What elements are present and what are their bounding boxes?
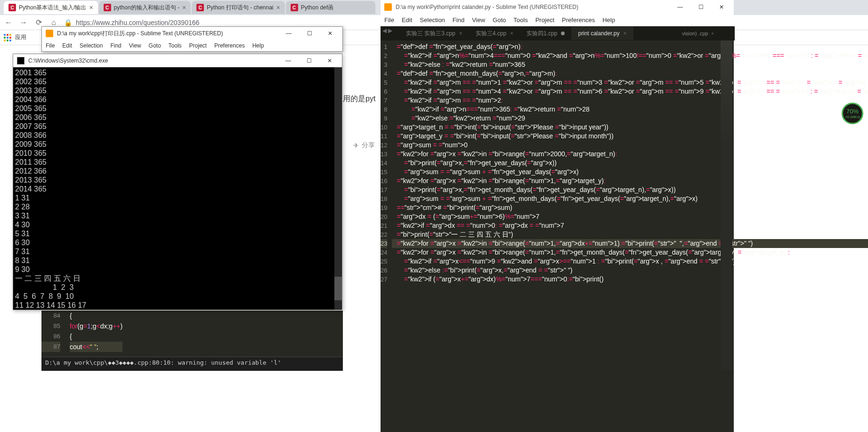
window-titlebar[interactable]: D:\a my work\Python\print calander.py - … (381, 0, 734, 14)
reload-button[interactable]: ⟳ (34, 18, 43, 27)
menu-file[interactable]: File (384, 16, 394, 24)
lock-icon: 🔒 (64, 19, 72, 26)
menu-help[interactable]: Help (252, 42, 264, 49)
menu-view[interactable]: View (472, 16, 485, 24)
home-button[interactable]: ⌂ (49, 18, 58, 27)
scrollbar-thumb[interactable] (334, 277, 342, 300)
menu-preferences[interactable]: Preferences (562, 16, 595, 24)
line-gutter: 84 85 86 87 (41, 311, 64, 362)
close-icon[interactable]: × (510, 30, 513, 37)
window-title: D:\a my work\cpp\打印日历.cpp - Sublime Text… (57, 30, 223, 38)
editor-tab-1[interactable]: 实验三4.cpp× (469, 27, 520, 40)
minimize-button[interactable]: — (280, 27, 297, 40)
menu-bar: File Edit Selection Find View Goto Tools… (381, 14, 734, 26)
apps-icon[interactable] (4, 34, 11, 41)
menu-edit[interactable]: Edit (62, 42, 72, 49)
menu-goto[interactable]: Goto (149, 42, 161, 49)
url-text: https://www.zhihu.com/question/20390166 (76, 19, 199, 26)
apps-label[interactable]: 应用 (15, 33, 26, 41)
app-icon (46, 30, 53, 37)
menu-project[interactable]: Project (189, 42, 207, 49)
back-button[interactable]: ← (4, 18, 13, 27)
window-titlebar[interactable]: D:\a my work\cpp\打印日历.cpp - Sublime Text… (42, 27, 342, 40)
maximize-button[interactable]: ☐ (692, 1, 709, 13)
favicon: C (291, 4, 298, 11)
code-content[interactable]: { for(g=1;g<dx;g++) { cout<<" "; (64, 311, 122, 352)
menu-goto[interactable]: Goto (493, 16, 506, 24)
close-icon[interactable]: × (89, 4, 93, 11)
menu-preferences[interactable]: Preferences (214, 42, 245, 49)
cmd-titlebar[interactable]: C:\Windows\System32\cmd.exe — ☐ ✕ (13, 54, 342, 67)
menu-edit[interactable]: Edit (402, 16, 412, 24)
modified-dot-icon (561, 32, 565, 35)
close-icon[interactable]: × (711, 31, 714, 36)
scrollbar[interactable] (334, 67, 342, 310)
cmd-title-text: C:\Windows\System32\cmd.exe (28, 57, 108, 64)
menu-selection[interactable]: Selection (80, 42, 103, 49)
speed-main: 70% (846, 108, 859, 115)
tab-title: Python基本语法_输入/输出 (19, 4, 86, 12)
menu-find[interactable]: Find (453, 16, 464, 24)
minimap-viewport (721, 40, 732, 144)
window-title: D:\a my work\Python\print calander.py - … (396, 4, 578, 10)
tab-title: Python def函 (301, 4, 371, 12)
close-icon[interactable]: × (276, 4, 280, 11)
code-content[interactable]: ="def">def ="fn">get_year_days(="arg">n)… (392, 40, 868, 432)
close-button[interactable]: ✕ (713, 1, 730, 13)
code-editor-right[interactable]: 1234567891011121314151617181920212223242… (381, 40, 734, 432)
browser-tab-0[interactable]: C Python基本语法_输入/输出 × (4, 1, 98, 14)
menu-find[interactable]: Find (110, 42, 121, 49)
menu-bar: File Edit Selection Find View Goto Tools… (42, 40, 342, 51)
cmd-icon (17, 57, 24, 64)
editor-tab-2[interactable]: 实验四1.cpp (520, 27, 571, 40)
forward-button[interactable]: → (19, 18, 28, 27)
favicon: C (8, 4, 16, 11)
menu-tools[interactable]: Tools (513, 16, 527, 24)
menu-selection[interactable]: Selection (420, 16, 445, 24)
maximize-button[interactable]: ☐ (301, 27, 318, 40)
zhihu-share[interactable]: ✈ 分享 (353, 141, 375, 150)
close-icon[interactable]: × (624, 30, 627, 37)
close-button[interactable]: ✕ (322, 27, 339, 40)
zhihu-content: 用的是pyt (343, 94, 375, 104)
menu-project[interactable]: Project (535, 16, 554, 24)
minimize-button[interactable]: — (280, 55, 297, 67)
browser-tab-2[interactable]: C Python 打印语句 - chennai × (192, 1, 285, 14)
menu-tools[interactable]: Tools (169, 42, 182, 49)
line-gutter: 1234567891011121314151617181920212223242… (381, 40, 392, 432)
editor-tab-overflow[interactable]: vision) .cpp × (678, 26, 735, 40)
editor-tab-3[interactable]: print calander.py× (571, 27, 633, 40)
tab-title: python的输入和输出语句 - (114, 4, 179, 12)
cmd-text: 2001 365 2002 365 2003 365 2004 366 2005… (15, 68, 340, 310)
browser-tab-3[interactable]: C Python def函 (286, 1, 375, 14)
minimize-button[interactable]: — (672, 1, 689, 13)
tab-title: Python 打印语句 - chennai (207, 4, 273, 12)
close-icon[interactable]: × (459, 30, 462, 37)
cmd-window: C:\Windows\System32\cmd.exe — ☐ ✕ 2001 3… (13, 54, 342, 310)
app-icon (384, 3, 392, 11)
menu-file[interactable]: File (46, 42, 55, 49)
tab-nav-arrows[interactable]: ◀ ▶ (382, 27, 392, 34)
browser-tab-1[interactable]: C python的输入和输出语句 - × (99, 1, 191, 14)
build-console: D:\a my work\cpp\◆◆3◆◆◆◆.cpp:80:10: warn… (41, 357, 343, 371)
favicon: C (104, 4, 111, 11)
sublime-window-left: D:\a my work\cpp\打印日历.cpp - Sublime Text… (41, 26, 343, 52)
share-icon: ✈ (353, 142, 359, 149)
minimap[interactable] (721, 40, 732, 370)
network-speed-widget[interactable]: 70% +0.04K/s (842, 103, 863, 124)
menu-view[interactable]: View (129, 42, 141, 49)
sublime-window-right: D:\a my work\Python\print calander.py - … (381, 0, 734, 432)
close-button[interactable]: ✕ (321, 55, 338, 67)
editor-tab-0[interactable]: 实验三 实验三3.cpp× (399, 27, 469, 40)
cmd-output[interactable]: 2001 365 2002 365 2003 365 2004 366 2005… (13, 67, 342, 310)
close-icon[interactable]: × (182, 4, 186, 11)
code-editor-left[interactable]: 84 85 86 87 { for(g=1;g<dx;g++) { cout<<… (41, 311, 343, 362)
favicon: C (196, 4, 204, 11)
maximize-button[interactable]: ☐ (300, 55, 317, 67)
menu-help[interactable]: Help (602, 16, 615, 24)
speed-sub: +0.04K/s (845, 115, 860, 119)
